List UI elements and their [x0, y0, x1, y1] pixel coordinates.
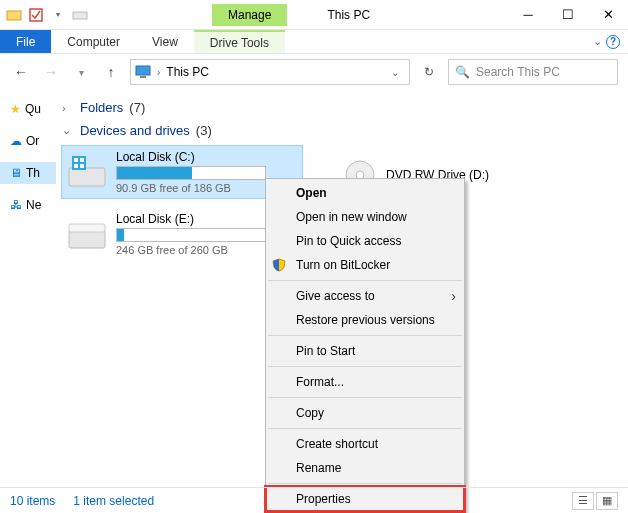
menu-pin-quick-access[interactable]: Pin to Quick access — [266, 229, 464, 253]
menu-pin-start[interactable]: Pin to Start — [266, 339, 464, 363]
svg-rect-7 — [74, 158, 78, 162]
context-menu: Open Open in new window Pin to Quick acc… — [265, 178, 465, 513]
menu-separator — [268, 366, 462, 367]
address-chevron-icon[interactable]: › — [157, 67, 160, 78]
back-button[interactable]: ← — [10, 61, 32, 83]
address-location[interactable]: This PC — [166, 65, 209, 79]
svg-rect-10 — [80, 164, 84, 168]
qat-dropdown-icon[interactable]: ▾ — [50, 7, 66, 23]
sidebar-item-onedrive[interactable]: ☁ Or — [0, 130, 56, 152]
sidebar-item-label: Qu — [25, 102, 41, 116]
drive-icon — [66, 212, 108, 254]
menu-separator — [268, 428, 462, 429]
svg-rect-5 — [69, 168, 105, 186]
menu-give-access[interactable]: Give access to — [266, 284, 464, 308]
sidebar-item-label: Th — [26, 166, 40, 180]
tiles-view-button[interactable]: ▦ — [596, 492, 618, 510]
group-folders[interactable]: › Folders (7) — [62, 100, 628, 115]
svg-rect-8 — [80, 158, 84, 162]
drive-name: Local Disk (C:) — [116, 150, 298, 164]
pc-icon: 🖥 — [10, 166, 22, 180]
ribbon-tabs: File Computer View Drive Tools ⌄ ? — [0, 30, 628, 54]
capacity-bar — [116, 228, 266, 242]
svg-rect-0 — [7, 11, 21, 20]
recent-locations-button[interactable]: ▾ — [70, 61, 92, 83]
menu-bitlocker[interactable]: Turn on BitLocker — [266, 253, 464, 277]
menu-label: Turn on BitLocker — [296, 258, 390, 272]
menu-open-new-window[interactable]: Open in new window — [266, 205, 464, 229]
group-drives[interactable]: ⌄ Devices and drives (3) — [62, 123, 628, 138]
minimize-button[interactable]: ─ — [508, 4, 548, 26]
svg-rect-3 — [136, 66, 150, 75]
status-item-count: 10 items — [10, 494, 55, 508]
help-icon[interactable]: ? — [606, 35, 620, 49]
search-box[interactable]: 🔍 — [448, 59, 618, 85]
network-icon: 🖧 — [10, 198, 22, 212]
sidebar-item-network[interactable]: 🖧 Ne — [0, 194, 56, 216]
sidebar-item-label: Or — [26, 134, 39, 148]
close-button[interactable]: ✕ — [588, 4, 628, 26]
search-input[interactable] — [476, 65, 611, 79]
this-pc-icon — [135, 64, 151, 80]
window-title: This PC — [327, 8, 370, 22]
group-label: Devices and drives — [80, 123, 190, 138]
group-count: (3) — [196, 123, 212, 138]
menu-separator — [268, 483, 462, 484]
sidebar-item-this-pc[interactable]: 🖥 Th — [0, 162, 56, 184]
expand-ribbon-icon[interactable]: ⌄ — [593, 35, 602, 48]
quick-access-toolbar: ▾ — [0, 7, 94, 23]
svg-rect-13 — [69, 230, 105, 248]
menu-open[interactable]: Open — [266, 181, 464, 205]
menu-restore-versions[interactable]: Restore previous versions — [266, 308, 464, 332]
status-selection-count: 1 item selected — [73, 494, 154, 508]
menu-separator — [268, 397, 462, 398]
maximize-button[interactable]: ☐ — [548, 4, 588, 26]
menu-format[interactable]: Format... — [266, 370, 464, 394]
folder-icon — [6, 7, 22, 23]
forward-button[interactable]: → — [40, 61, 62, 83]
shield-icon — [272, 258, 288, 272]
search-icon: 🔍 — [455, 65, 470, 79]
cloud-icon: ☁ — [10, 134, 22, 148]
details-view-button[interactable]: ☰ — [572, 492, 594, 510]
menu-separator — [268, 280, 462, 281]
svg-rect-9 — [74, 164, 78, 168]
svg-rect-4 — [140, 76, 146, 78]
star-icon: ★ — [10, 102, 21, 116]
refresh-button[interactable]: ↻ — [418, 65, 440, 79]
up-button[interactable]: ↑ — [100, 61, 122, 83]
menu-separator — [268, 335, 462, 336]
address-bar[interactable]: › This PC ⌄ — [130, 59, 410, 85]
group-count: (7) — [129, 100, 145, 115]
tab-drive-tools[interactable]: Drive Tools — [194, 30, 285, 53]
tab-computer[interactable]: Computer — [51, 30, 136, 53]
group-label: Folders — [80, 100, 123, 115]
title-bar: ▾ Manage This PC ─ ☐ ✕ — [0, 0, 628, 30]
tab-file[interactable]: File — [0, 30, 51, 53]
manage-contextual-tab[interactable]: Manage — [212, 4, 287, 26]
drive-icon — [66, 150, 108, 192]
menu-copy[interactable]: Copy — [266, 401, 464, 425]
svg-rect-2 — [73, 12, 87, 19]
drive-qat-icon — [72, 7, 88, 23]
svg-rect-1 — [30, 9, 42, 21]
ribbon-help-area: ⌄ ? — [585, 30, 628, 53]
sidebar-item-quick-access[interactable]: ★ Qu — [0, 98, 56, 120]
chevron-right-icon[interactable]: › — [62, 102, 74, 114]
address-dropdown-icon[interactable]: ⌄ — [385, 67, 405, 78]
properties-qat-icon[interactable] — [28, 7, 44, 23]
status-bar: 10 items 1 item selected ☰ ▦ — [0, 487, 628, 513]
svg-rect-14 — [69, 224, 105, 232]
navigation-pane: ★ Qu ☁ Or 🖥 Th 🖧 Ne — [0, 90, 56, 480]
chevron-down-icon[interactable]: ⌄ — [62, 124, 74, 137]
capacity-bar — [116, 166, 266, 180]
window-controls: ─ ☐ ✕ — [508, 4, 628, 26]
navigation-bar: ← → ▾ ↑ › This PC ⌄ ↻ 🔍 — [0, 54, 628, 90]
menu-rename[interactable]: Rename — [266, 456, 464, 480]
sidebar-item-label: Ne — [26, 198, 41, 212]
menu-create-shortcut[interactable]: Create shortcut — [266, 432, 464, 456]
tab-view[interactable]: View — [136, 30, 194, 53]
